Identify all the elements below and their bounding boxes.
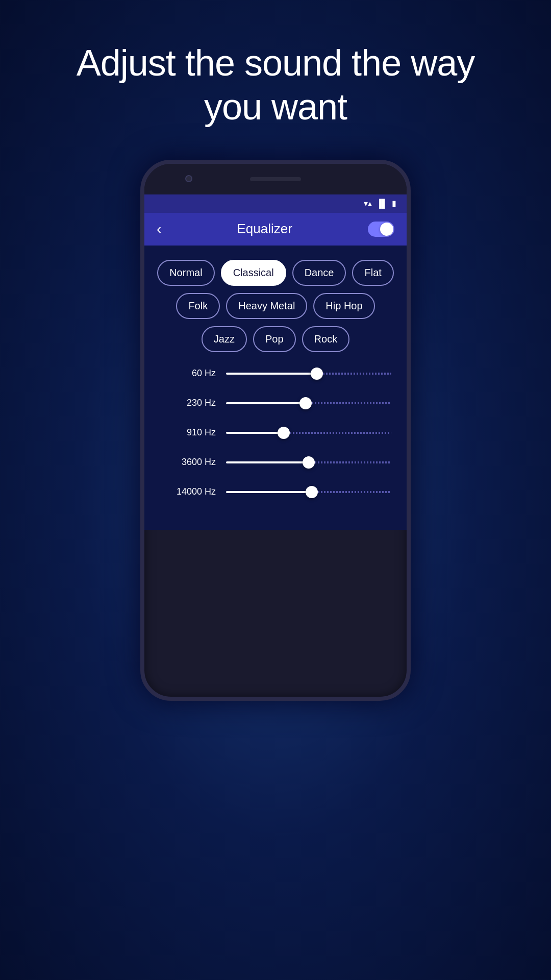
status-bar: ▾▴ ▐▌ ▮ <box>144 194 407 213</box>
genre-row-1: Normal Classical Dance Flat <box>155 260 396 286</box>
slider-label-230hz: 230 Hz <box>160 398 216 408</box>
screen-title: Equalizer <box>237 221 292 237</box>
page-headline: Adjust the sound the way you want <box>46 41 506 129</box>
equalizer-toggle[interactable] <box>368 222 394 237</box>
genre-rock[interactable]: Rock <box>302 326 350 352</box>
slider-230hz[interactable] <box>226 397 391 409</box>
genre-pop[interactable]: Pop <box>253 326 296 352</box>
eq-sliders: 60 Hz 230 Hz <box>155 368 396 498</box>
slider-60hz[interactable] <box>226 368 391 380</box>
genre-flat[interactable]: Flat <box>352 260 393 286</box>
signal-icon: ▐▌ <box>376 199 388 208</box>
toggle-knob <box>380 223 393 236</box>
headline-line2: you want <box>204 86 347 127</box>
slider-label-60hz: 60 Hz <box>160 368 216 379</box>
back-button[interactable]: ‹ <box>157 221 161 237</box>
slider-thumb-910hz[interactable] <box>278 427 290 439</box>
genre-jazz[interactable]: Jazz <box>202 326 247 352</box>
slider-row-230hz: 230 Hz <box>160 397 391 409</box>
front-camera <box>185 175 192 182</box>
phone-frame: ▾▴ ▐▌ ▮ ‹ Equalizer Normal Classical Dan… <box>140 160 411 701</box>
headline-line1: Adjust the sound the way <box>77 42 475 83</box>
slider-thumb-60hz[interactable] <box>311 368 323 380</box>
slider-3600hz[interactable] <box>226 456 391 469</box>
wifi-icon: ▾▴ <box>364 199 372 208</box>
slider-label-3600hz: 3600 Hz <box>160 457 216 468</box>
phone-top-bar <box>144 164 407 194</box>
genre-normal[interactable]: Normal <box>157 260 214 286</box>
slider-thumb-3600hz[interactable] <box>303 456 315 469</box>
slider-label-910hz: 910 Hz <box>160 427 216 438</box>
slider-row-3600hz: 3600 Hz <box>160 456 391 469</box>
genre-row-3: Jazz Pop Rock <box>155 326 396 352</box>
earpiece-speaker <box>250 177 301 181</box>
genre-row-2: Folk Heavy Metal Hip Hop <box>155 293 396 319</box>
slider-row-910hz: 910 Hz <box>160 427 391 439</box>
slider-thumb-230hz[interactable] <box>299 397 312 409</box>
slider-row-14000hz: 14000 Hz <box>160 486 391 498</box>
genre-folk[interactable]: Folk <box>176 293 220 319</box>
slider-label-14000hz: 14000 Hz <box>160 486 216 497</box>
battery-icon: ▮ <box>392 199 396 208</box>
genre-heavy-metal[interactable]: Heavy Metal <box>226 293 307 319</box>
slider-14000hz[interactable] <box>226 486 391 498</box>
app-header: ‹ Equalizer <box>144 213 407 246</box>
genre-classical[interactable]: Classical <box>221 260 286 286</box>
slider-910hz[interactable] <box>226 427 391 439</box>
genre-hip-hop[interactable]: Hip Hop <box>313 293 374 319</box>
slider-row-60hz: 60 Hz <box>160 368 391 380</box>
slider-thumb-14000hz[interactable] <box>306 486 318 498</box>
app-content: Normal Classical Dance Flat Folk Heavy M… <box>144 246 407 530</box>
genre-dance[interactable]: Dance <box>292 260 346 286</box>
